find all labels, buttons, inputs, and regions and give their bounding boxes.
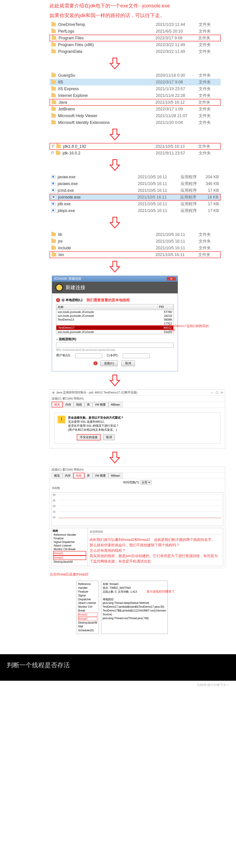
thread-list-small[interactable]: Reference HandlerFinalizerSignal Dispatc… [77,581,99,634]
remote-hint: 用法: (hostname):(port) 或 service:jmx:(pro… [56,348,174,351]
minimize-icon[interactable]: — [211,391,213,394]
thread-list[interactable]: 线程 Reference HandlerFinalizerSignal Disp… [52,528,88,566]
thread-chart: 3025201510 [52,492,223,526]
exe-icon [51,188,55,192]
file-row[interactable]: JetBrains2022/3/17 1:09文件夹 [50,106,221,113]
file-row[interactable]: ProgramData2022/3/22 11:49文件夹 [50,48,221,55]
file-row[interactable]: lib2021/10/5 16:11文件夹 [50,231,221,238]
file-row[interactable]: Microsoft Identity Extensions2021/1/20 0… [50,119,221,126]
user-input[interactable] [75,353,102,358]
titlebar[interactable]: ☕ Java 监视和管理控制台 - pid: 48012 TestDemo17 … [50,390,225,396]
thread-item[interactable]: Finalizer [53,537,86,540]
dlg-line: 安全连接失败。是否以不安全的方式重试？ [68,416,124,419]
close-icon[interactable]: ✕ [221,391,223,394]
file-row[interactable]: Pjdk-16.0.22021/9/11 23:57文件夹 [50,150,221,156]
file-row[interactable]: javaw.exe2021/10/5 16:11应用程序204 KB [50,174,221,180]
connect-button[interactable]: 连接(C) [100,360,118,366]
thread-note: 那么就有些童鞋就会问，我们不就创建除了两个线程吗？ [89,542,221,548]
thread-note: 怎么还有其他的线程？ [89,548,221,553]
file-row[interactable]: Program Files2022/3/17 9:08文件夹 [50,35,221,41]
tab-VM 概要[interactable]: VM 概要 [92,402,108,407]
thread-note: 此时我们就可以看到thread1和thread2，这就是我们刚才建的两个线程的名… [89,537,221,542]
folder-icon [51,233,56,236]
process-row[interactable]: sun.tools.jconsole.JConsole18216 [56,314,174,318]
folder-icon [51,87,56,91]
folder-icon [56,151,60,155]
process-row[interactable]: sun.tools.jconsole.JConsole53420 [56,330,174,334]
file-row[interactable]: GuangSu2020/11/16 0:30文件夹 [50,72,221,79]
thread-item[interactable]: thread2 [53,556,86,560]
col-pid: PID [158,304,174,310]
folder-icon [51,94,56,97]
menubar[interactable]: 连接(C) 窗口(W) 帮助(H) [50,396,225,402]
exe-icon [51,202,55,206]
tab-类[interactable]: 类 [84,402,92,407]
tab-VM 概要[interactable]: VM 概要 [92,473,108,478]
close-icon[interactable]: ✕ [167,277,176,281]
file-row[interactable]: Program Files (x86)2022/3/22 11:49文件夹 [50,41,221,48]
file-row[interactable]: jcmd.exe2021/10/5 16:11应用程序17 KB [50,187,221,194]
monitor-window: ☕ Java 监视和管理控制台 - pid: 48012 TestDemo17 … [50,390,225,448]
file-row[interactable]: include2021/10/5 16:11文件夹 [50,245,221,251]
cancel-button[interactable]: 取消 [122,360,135,366]
process-row[interactable]: 17312 [56,321,174,325]
tab-概览[interactable]: 概览 [52,473,62,478]
tab-内存[interactable]: 内存 [62,473,73,478]
process-row[interactable]: TestDemo1356088 [56,318,174,321]
file-row[interactable]: Java2021/10/5 16:12文件夹 [50,99,221,106]
tabs[interactable]: 概览内存线程类VM 概要MBean [50,473,225,479]
insecure-button[interactable]: 不安全的连接 [77,434,101,440]
thread-item[interactable]: DestroyJavaVM [53,560,86,564]
process-row[interactable]: sun.tools.jconsole.JConsole57780 [56,310,174,314]
stack-note: 显示该线程到哪里了 [147,590,187,594]
file-row[interactable]: bin2021/10/5 16:11文件夹 [50,251,221,258]
tab-线程[interactable]: 线程 [73,473,84,478]
folder-icon [51,50,56,53]
file-row[interactable]: javaws.exe2021/10/5 16:11应用程序346 KB [50,180,221,187]
thread-item[interactable]: Reference Handler [53,533,86,537]
exe-icon [51,182,55,186]
file-row[interactable]: jdb.exe2021/10/5 16:11应用程序17 KB [50,200,221,207]
thread-stack: 名称: thread1状态: TIMED_WAITING总阻止数: 0, 总等待… [101,581,168,634]
thread-item[interactable]: Attach Listener [53,544,86,548]
arrow-down-icon [108,216,122,229]
tab-线程[interactable]: 线程 [74,402,84,407]
arrow-down-icon [108,374,122,387]
local-label[interactable]: 本地进程(L): [65,298,83,302]
file-table-4: javaw.exe2021/10/5 16:11应用程序204 KBjavaws… [50,174,221,214]
titlebar[interactable]: JConsole: 新建连接 ✕ [52,276,178,282]
file-row[interactable]: jre2021/10/5 16:11文件夹 [50,238,221,245]
tab-类[interactable]: 类 [84,473,92,478]
process-list[interactable]: 名称PID sun.tools.jconsole.JConsole57780su… [56,304,174,334]
dlg-line: 是否在不使用 SSL 的情况下进行尝试？ [68,424,119,427]
file-row[interactable]: IIS Express2021/1/19 23:57文件夹 [50,86,221,92]
thread-detail: Reference HandlerFinalizerSignal Dispatc… [77,581,153,634]
file-row[interactable]: Internet Explorer2021/11/4 22:28文件夹 [50,92,221,99]
thread-item[interactable]: thread1 [53,551,86,556]
remote-input[interactable] [56,343,174,348]
tab-内存[interactable]: 内存 [63,402,74,407]
thread-item[interactable]: Monitor Ctrl-Break [53,548,86,551]
maximize-icon[interactable]: ☐ [216,391,218,394]
tab-MBean[interactable]: MBean [108,473,123,478]
remote-label[interactable]: 远程进程(R): [59,337,77,341]
tab-MBean[interactable]: MBean [108,402,123,407]
file-row[interactable]: jconsole.exe2021/10/5 16:11应用程序18 KB [50,194,221,200]
dlg-line: (用户名和口令将以纯文本格式发送。) [68,428,117,431]
folder-icon [51,107,56,111]
menubar[interactable]: 连接(C) 窗口(W) 帮助(H) [50,467,225,473]
tab-概览[interactable]: 概览 [52,402,63,407]
folder-icon [51,80,56,84]
file-row[interactable]: OneDriveTemp2021/1/23 11:44文件夹 [50,21,221,28]
file-row[interactable]: PerfLogs2021/6/5 20:10文件夹 [50,28,221,35]
file-row[interactable]: jdeps.exe2021/10/5 16:11应用程序17 KB [50,207,221,214]
file-row[interactable]: IIS2022/3/17 9:08文件夹 [50,79,221,86]
thread-item[interactable]: Signal Dispatcher [53,540,86,544]
tabs[interactable]: 概览内存线程类VM 概要MBean [50,402,225,408]
file-row[interactable]: Pjdk1.8.0_1922021/10/5 16:13文件夹 [50,143,221,150]
pass-input[interactable] [123,353,150,358]
cancel-button[interactable]: 取消 [103,434,115,440]
file-row[interactable]: Microsoft Help Viewer2021/11/28 21:07文件夹 [50,113,221,119]
timerange-select[interactable]: 全部 [140,480,151,485]
process-row[interactable]: TestDemo1748012 [56,325,174,330]
